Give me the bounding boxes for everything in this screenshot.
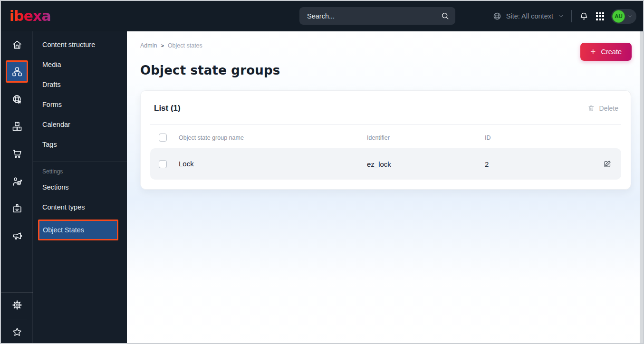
topbar-actions: Site: All context AU xyxy=(492,1,636,31)
edit-button[interactable] xyxy=(603,160,612,168)
site-context-dropdown[interactable]: Site: All context xyxy=(492,11,564,21)
card-header: List (1) Delete xyxy=(150,101,621,115)
icon-rail xyxy=(1,31,33,343)
site-context-label: Site: All context xyxy=(506,12,553,20)
list-title: List (1) xyxy=(154,104,181,113)
scrollbar[interactable] xyxy=(640,31,643,343)
sidebar-item-tags[interactable]: Tags xyxy=(33,134,127,154)
content-structure-rail-icon[interactable] xyxy=(6,60,28,83)
commerce-cart-rail-icon[interactable] xyxy=(1,148,33,159)
members-badge-rail-icon[interactable] xyxy=(1,203,33,214)
avatar: AU xyxy=(612,10,625,23)
rail-divider xyxy=(7,319,27,319)
sidebar: Content structure Media Drafts Forms Cal… xyxy=(1,31,127,343)
sidebar-item-drafts[interactable]: Drafts xyxy=(33,75,127,95)
customers-rail-icon[interactable] xyxy=(1,176,33,187)
plus-icon: + xyxy=(590,47,596,56)
sidebar-item-object-states[interactable]: Object States xyxy=(38,220,118,240)
breadcrumb-separator: > xyxy=(161,43,163,48)
sidebar-item-media[interactable]: Media xyxy=(33,55,127,75)
delete-button-label: Delete xyxy=(599,105,618,112)
row-id: 2 xyxy=(485,160,595,168)
ibexa-logo: ibexa xyxy=(10,9,51,23)
settings-gear-icon[interactable] xyxy=(1,299,33,311)
row-checkbox[interactable] xyxy=(159,160,167,168)
app-window: ibexa Site: All context xyxy=(0,0,644,344)
object-state-groups-card: List (1) Delete Object state group name … xyxy=(140,90,631,190)
app-grid-icon[interactable] xyxy=(596,12,604,20)
site-rail-icon[interactable] xyxy=(1,94,33,105)
marketing-megaphone-rail-icon[interactable] xyxy=(1,230,33,241)
sidebar-menu: Content structure Media Drafts Forms Cal… xyxy=(33,31,127,343)
global-search[interactable] xyxy=(299,7,455,25)
select-all-checkbox[interactable] xyxy=(159,134,167,142)
user-menu[interactable]: AU xyxy=(611,9,636,24)
dashboard-home-icon[interactable] xyxy=(1,39,33,50)
create-button-label: Create xyxy=(601,48,622,56)
trash-icon xyxy=(587,105,595,112)
search-icon[interactable] xyxy=(441,11,450,20)
rail-divider xyxy=(1,292,33,293)
sidebar-item-content-types[interactable]: Content types xyxy=(33,197,127,217)
breadcrumb: Admin > Object states xyxy=(127,31,643,49)
column-header-identifier: Identifier xyxy=(367,134,485,141)
menu-divider xyxy=(33,162,127,162)
breadcrumb-admin[interactable]: Admin xyxy=(140,42,157,49)
main-content: Admin > Object states + Create Object st… xyxy=(127,31,643,343)
globe-icon xyxy=(492,11,502,21)
topbar-divider xyxy=(571,10,572,22)
table-row: Lock ez_lock 2 xyxy=(150,148,621,180)
notifications-bell-icon[interactable] xyxy=(579,11,589,21)
sidebar-item-sections[interactable]: Sections xyxy=(33,177,127,197)
column-header-name: Object state group name xyxy=(179,134,367,141)
product-catalog-rail-icon[interactable] xyxy=(1,121,33,132)
chevron-down-icon xyxy=(627,13,633,19)
delete-button[interactable]: Delete xyxy=(587,105,618,112)
topbar: ibexa Site: All context xyxy=(1,1,643,31)
page-title: Object state groups xyxy=(140,62,643,79)
chevron-down-icon xyxy=(557,13,564,19)
object-state-group-link[interactable]: Lock xyxy=(179,160,194,168)
sidebar-item-content-structure[interactable]: Content structure xyxy=(33,35,127,55)
row-identifier: ez_lock xyxy=(367,160,485,168)
bookmarks-star-icon[interactable] xyxy=(1,326,33,338)
column-header-id: ID xyxy=(485,134,595,141)
search-input[interactable] xyxy=(307,12,441,20)
breadcrumb-current: Object states xyxy=(168,42,202,49)
sidebar-item-forms[interactable]: Forms xyxy=(33,95,127,115)
settings-section-label: Settings xyxy=(33,166,127,177)
sidebar-item-calendar[interactable]: Calendar xyxy=(33,115,127,134)
table-header: Object state group name Identifier ID xyxy=(150,125,621,148)
create-button[interactable]: + Create xyxy=(580,43,632,61)
